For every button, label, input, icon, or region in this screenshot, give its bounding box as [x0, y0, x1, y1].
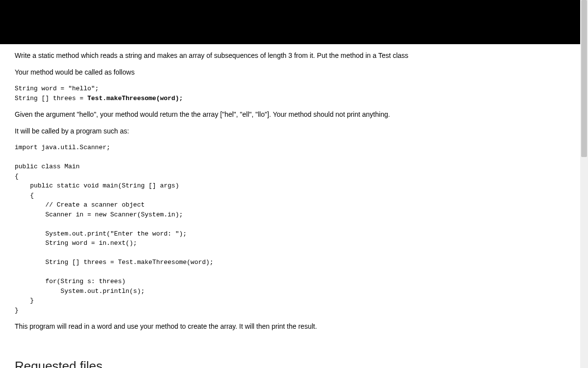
call-line-1: String word = "hello"; — [15, 85, 99, 92]
scrollbar-track[interactable] — [580, 0, 588, 368]
problem-caller-intro: It will be called by a program such as: — [15, 127, 573, 136]
problem-call-intro: Your method would be called as follows — [15, 68, 573, 78]
problem-intro: Write a static method which reads a stri… — [15, 51, 573, 61]
scrollbar-thumb[interactable] — [581, 0, 587, 157]
call-line-2-pre: String [] threes = — [15, 95, 87, 102]
problem-outro: This program will read in a word and use… — [15, 322, 573, 332]
call-example-code: String word = "hello"; String [] threes … — [15, 84, 573, 103]
top-header-bar — [0, 0, 588, 44]
requested-files-heading: Requested files — [15, 359, 573, 368]
problem-behavior: Given the argument "hello", your method … — [15, 110, 573, 120]
problem-content: Write a static method which reads a stri… — [0, 51, 588, 368]
call-line-2-bold: Test.makeThreesome(word); — [87, 95, 183, 102]
main-program-code: import java.util.Scanner; public class M… — [15, 143, 573, 315]
